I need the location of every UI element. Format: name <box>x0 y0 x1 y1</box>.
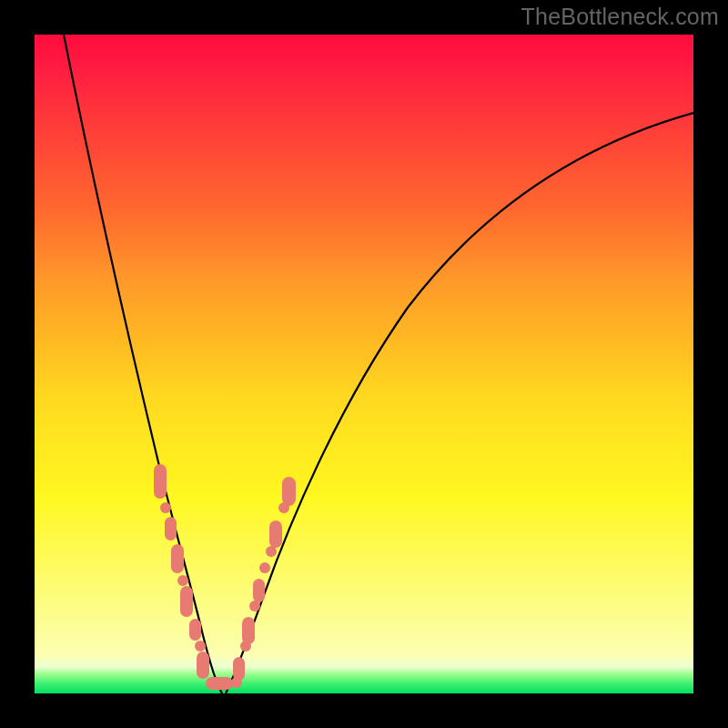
marker-dot <box>160 502 171 513</box>
curve-right-branch <box>226 113 693 693</box>
bottleneck-curve <box>35 35 693 693</box>
right-branch-markers <box>233 477 296 681</box>
plot-area <box>35 35 693 693</box>
marker-pill <box>233 657 245 681</box>
marker-pill <box>180 586 193 617</box>
marker-pill <box>253 579 265 602</box>
marker-dot <box>195 641 206 652</box>
marker-pill <box>206 677 233 690</box>
watermark-text: TheBottleneck.com <box>521 4 719 30</box>
marker-pill <box>282 477 296 506</box>
chart-frame: TheBottleneck.com <box>0 0 728 728</box>
marker-pill <box>197 652 209 679</box>
marker-dot <box>259 562 270 573</box>
marker-dot <box>177 575 188 586</box>
marker-pill <box>165 517 177 541</box>
marker-pill <box>171 544 184 573</box>
marker-pill <box>242 617 255 644</box>
marker-pill <box>154 464 167 499</box>
marker-pill <box>269 521 282 548</box>
curve-left-branch <box>64 35 222 693</box>
marker-pill <box>189 619 201 641</box>
